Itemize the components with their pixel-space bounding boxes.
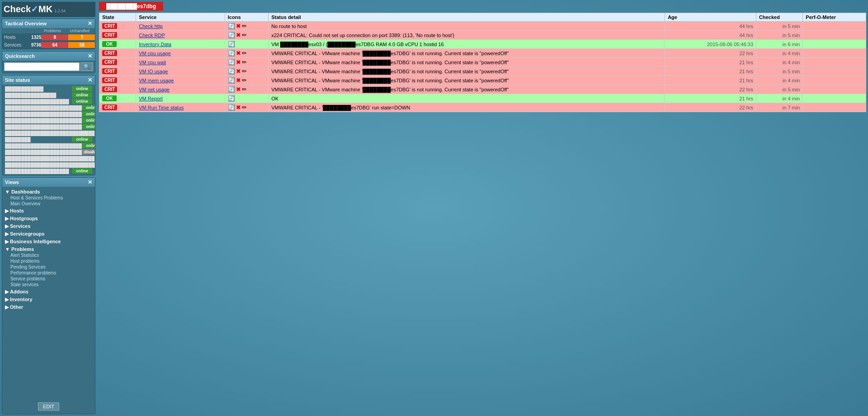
site-row[interactable]: ████████████████████online — [4, 168, 93, 174]
edit-icon[interactable]: ✏ — [242, 32, 247, 38]
edit-icon[interactable]: ✏ — [242, 50, 247, 57]
cross-icon[interactable]: ✖ — [236, 50, 241, 57]
service-cell[interactable]: VM cpu usage — [136, 49, 225, 58]
service-cell[interactable]: VM Report — [136, 94, 225, 103]
table-row: CRITVM net usage🔄✖✏VMWARE CRITICAL - VMw… — [99, 85, 866, 94]
refresh-icon[interactable]: 🔄 — [228, 95, 235, 102]
table-row: CRITVM cpu wait🔄✖✏VMWARE CRITICAL - VMwa… — [99, 58, 866, 67]
site-row[interactable]: ████████████████████████online — [4, 111, 93, 117]
site-row[interactable]: ████████████████████████online — [4, 123, 93, 130]
tactical-services-unhandled[interactable]: 58 — [68, 42, 95, 48]
tactical-hosts-problems[interactable]: 8 — [41, 34, 68, 40]
site-row[interactable]: ████████████████████████████online — [4, 155, 93, 161]
state-cell: CRIT — [99, 76, 136, 85]
refresh-icon[interactable]: 🔄 — [228, 50, 235, 57]
refresh-icon[interactable]: 🔄 — [228, 23, 235, 29]
views-section-header[interactable]: ▼Problems — [5, 246, 92, 252]
cross-icon[interactable]: ✖ — [236, 23, 241, 29]
views-item[interactable]: Performance problems — [5, 270, 92, 276]
tactical-overview-title: Tactical Overview — [5, 21, 47, 26]
logo-text: Check✓MK — [4, 4, 52, 14]
site-row[interactable]: ████████████online — [4, 85, 93, 92]
cross-icon[interactable]: ✖ — [236, 32, 241, 38]
search-input[interactable] — [4, 62, 80, 71]
site-status-panel: Site status ✕ ████████████online████████… — [2, 75, 95, 175]
tactical-overview-close[interactable]: ✕ — [88, 20, 92, 27]
views-section: ▶Inventory — [5, 296, 92, 303]
views-item[interactable]: Main Overview — [5, 201, 92, 207]
views-section-header[interactable]: ▶Services — [5, 223, 92, 230]
site-row[interactable]: ████████████████████████online — [4, 104, 93, 111]
refresh-icon[interactable]: 🔄 — [228, 86, 235, 93]
edit-icon[interactable]: ✏ — [242, 23, 247, 29]
views-item[interactable]: Stale services — [5, 282, 92, 288]
views-section-header[interactable]: ▶Hosts — [5, 208, 92, 214]
refresh-icon[interactable]: 🔄 — [228, 41, 235, 47]
refresh-icon[interactable]: 🔄 — [228, 68, 235, 75]
views-section-header[interactable]: ▶Other — [5, 304, 92, 311]
services-tbody: CRITCheck http🔄✖✏No route to host44 hrsi… — [99, 22, 866, 112]
site-status-close[interactable]: ✕ — [88, 77, 92, 83]
service-cell[interactable]: VM Run Time status — [136, 103, 225, 112]
quicksearch-close[interactable]: ✕ — [88, 53, 92, 59]
service-cell[interactable]: Check RDP — [136, 31, 225, 40]
service-cell[interactable]: Check http — [136, 22, 225, 31]
status-detail-cell: No route to host — [269, 22, 665, 31]
cross-icon[interactable]: ✖ — [236, 86, 241, 93]
views-section-header[interactable]: ▶Inventory — [5, 296, 92, 303]
site-row[interactable]: ████████████████████████████online — [4, 130, 93, 136]
views-item[interactable]: Host problems — [5, 258, 92, 264]
site-row[interactable]: ████████████████████████online — [4, 117, 93, 123]
cross-icon[interactable]: ✖ — [236, 68, 241, 75]
site-row[interactable]: ████████online — [4, 136, 93, 142]
site-name: ████████████████████ — [5, 169, 72, 174]
edit-icon[interactable]: ✏ — [242, 59, 247, 66]
service-cell[interactable]: VM mem usage — [136, 76, 225, 85]
tactical-services-problems[interactable]: 64 — [41, 42, 68, 48]
site-row[interactable]: ████████████████████████online — [4, 142, 93, 149]
service-cell[interactable]: VM net usage — [136, 85, 225, 94]
refresh-icon[interactable]: 🔄 — [228, 32, 235, 38]
state-cell: OK — [99, 40, 136, 49]
checked-cell: in 4 min — [756, 58, 803, 67]
views-item[interactable]: Service problems — [5, 276, 92, 282]
state-badge: CRIT — [102, 59, 117, 65]
refresh-icon[interactable]: 🔄 — [228, 77, 235, 84]
icons-cell: 🔄✖✏ — [225, 49, 268, 58]
views-section-header[interactable]: ▶Addons — [5, 288, 92, 295]
edit-icon[interactable]: ✏ — [242, 68, 247, 75]
cross-icon[interactable]: ✖ — [236, 59, 241, 66]
cross-icon[interactable]: ✖ — [236, 77, 241, 84]
edit-icon[interactable]: ✏ — [242, 104, 247, 111]
service-cell[interactable]: VM cpu wait — [136, 58, 225, 67]
search-button[interactable]: 🔍 — [80, 62, 93, 71]
site-row[interactable]: ████████████████████online — [4, 98, 93, 104]
views-close[interactable]: ✕ — [88, 179, 92, 185]
tactical-hosts-unhandled[interactable]: 7 — [68, 34, 95, 40]
refresh-icon[interactable]: 🔄 — [228, 104, 235, 111]
views-item[interactable]: Alert Statistics — [5, 252, 92, 258]
icons-cell: 🔄 — [225, 40, 268, 49]
site-row[interactable]: ████████████████████████disabled — [4, 149, 93, 155]
quicksearch-title: Quicksearch — [5, 53, 35, 59]
state-cell: CRIT — [99, 31, 136, 40]
logo-area: Check✓MK 1.2.54 — [2, 2, 95, 17]
views-item[interactable]: Pending Services — [5, 264, 92, 270]
views-section-header[interactable]: ▶Business Intelligence — [5, 238, 92, 245]
site-row[interactable]: ████████████████████████████████online — [4, 161, 93, 168]
views-item[interactable]: Host & Services Problems — [5, 195, 92, 201]
edit-button[interactable]: EDIT — [38, 402, 59, 411]
service-cell[interactable]: VM IO usage — [136, 67, 225, 76]
service-cell[interactable]: Inventory Data — [136, 40, 225, 49]
site-row[interactable]: ████████████████online — [4, 92, 93, 98]
edit-icon[interactable]: ✏ — [242, 77, 247, 84]
icons-cell: 🔄✖✏ — [225, 67, 268, 76]
status-detail-cell: VM ████████esx03 / (████████es7DBG RAM 4… — [269, 40, 665, 49]
cross-icon[interactable]: ✖ — [236, 104, 241, 111]
main-content: ████████es7dbg State Service Icons Statu… — [97, 0, 868, 416]
edit-icon[interactable]: ✏ — [242, 86, 247, 93]
views-section-header[interactable]: ▶Hostgroups — [5, 215, 92, 222]
refresh-icon[interactable]: 🔄 — [228, 59, 235, 66]
views-section-header[interactable]: ▶Servicegroups — [5, 231, 92, 237]
views-section-header[interactable]: ▼Dashboards — [5, 189, 92, 195]
